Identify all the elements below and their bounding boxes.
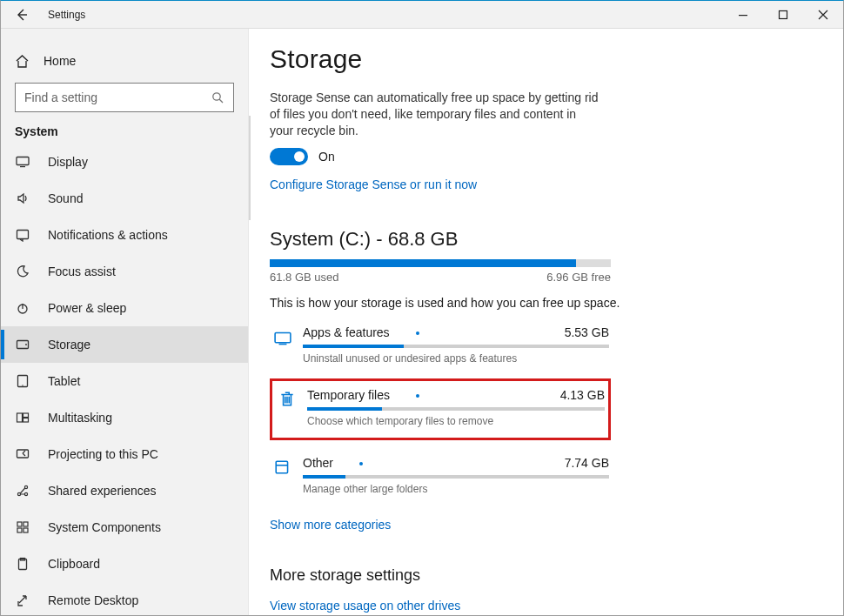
svg-point-16	[24, 485, 27, 488]
back-button[interactable]	[1, 1, 43, 29]
sidebar-item-multitasking[interactable]: Multitasking	[1, 399, 248, 436]
sidebar-item-system-components[interactable]: System Components	[1, 509, 248, 546]
titlebar: Settings	[1, 1, 843, 29]
svg-rect-19	[23, 522, 28, 526]
sidebar-item-label: Storage	[48, 338, 90, 352]
sidebar-item-label: Remote Desktop	[48, 593, 138, 607]
sidebar-item-label: System Components	[48, 520, 161, 534]
tablet-icon	[15, 373, 30, 389]
show-more-link[interactable]: Show more categories	[270, 518, 808, 532]
home-button[interactable]: Home	[1, 43, 248, 79]
clipboard-icon	[15, 556, 30, 572]
sidebar-item-sound[interactable]: Sound	[1, 180, 248, 217]
drive-title: System (C:) - 68.8 GB	[270, 228, 808, 251]
sidebar-item-remote-desktop[interactable]: Remote Desktop	[1, 582, 248, 615]
section-heading: System	[1, 124, 248, 138]
sidebar-item-power-sleep[interactable]: Power & sleep	[1, 290, 248, 326]
category-bar	[303, 475, 609, 479]
svg-rect-18	[17, 522, 22, 526]
toggle-label: On	[318, 150, 335, 164]
category-other[interactable]: Other 7.74 GBManage other large folders	[270, 452, 611, 500]
more-links: View storage usage on other drivesChange…	[270, 599, 808, 615]
sidebar-item-focus-assist[interactable]: Focus assist	[1, 253, 248, 290]
sidebar-item-label: Power & sleep	[48, 301, 126, 315]
category-temporary-files[interactable]: Temporary files 4.13 GBChoose which temp…	[270, 378, 611, 440]
remote-icon	[15, 593, 30, 608]
free-label: 6.96 GB free	[546, 271, 611, 284]
category-size: 4.13 GB	[560, 388, 605, 402]
main-content: Storage Storage Sense can automatically …	[249, 29, 843, 615]
sidebar-item-projecting-to-this-pc[interactable]: Projecting to this PC	[1, 436, 248, 472]
sidebar-item-label: Focus assist	[48, 264, 116, 278]
category-sub: Uninstall unused or undesired apps & fea…	[303, 352, 609, 365]
window-title: Settings	[43, 9, 85, 21]
components-icon	[15, 519, 30, 535]
category-name: Other	[303, 456, 363, 470]
home-label: Home	[44, 54, 76, 68]
close-button[interactable]	[803, 1, 843, 29]
moon-icon	[15, 264, 30, 279]
maximize-button[interactable]	[763, 1, 803, 29]
search-placeholder: Find a setting	[24, 90, 211, 104]
svg-rect-3	[17, 157, 29, 165]
shared-icon	[15, 483, 30, 499]
sidebar-item-label: Projecting to this PC	[48, 447, 158, 461]
close-icon	[818, 10, 828, 20]
category-sub: Choose which temporary files to remove	[307, 415, 605, 427]
svg-point-10	[22, 385, 23, 385]
svg-rect-5	[17, 231, 29, 239]
search-input[interactable]: Find a setting	[15, 83, 234, 112]
svg-rect-1	[780, 10, 787, 18]
page-title: Storage	[270, 44, 808, 74]
sidebar-item-label: Display	[48, 155, 88, 169]
sidebar-item-notifications-actions[interactable]: Notifications & actions	[1, 217, 248, 253]
svg-rect-26	[276, 461, 287, 472]
svg-rect-12	[23, 413, 29, 418]
configure-link[interactable]: Configure Storage Sense or run it now	[270, 177, 808, 191]
sidebar-item-label: Multitasking	[48, 411, 112, 425]
sidebar-item-tablet[interactable]: Tablet	[1, 363, 248, 399]
minimize-button[interactable]	[723, 1, 763, 29]
svg-rect-0	[739, 15, 747, 16]
svg-point-17	[24, 492, 27, 495]
more-settings-heading: More storage settings	[270, 566, 808, 585]
project-icon	[15, 446, 30, 462]
nav-list: DisplaySoundNotifications & actionsFocus…	[1, 144, 248, 615]
sidebar-item-label: Notifications & actions	[48, 228, 168, 242]
sidebar-item-storage[interactable]: Storage	[1, 326, 248, 363]
sidebar: Home Find a setting System DisplaySoundN…	[1, 29, 249, 615]
sidebar-item-label: Clipboard	[48, 557, 100, 571]
svg-rect-24	[275, 332, 291, 342]
maximize-icon	[778, 10, 788, 20]
svg-rect-20	[17, 528, 22, 532]
apps-icon	[271, 325, 294, 348]
drive-usage-fill	[270, 259, 576, 267]
category-bar	[303, 345, 609, 348]
display-icon	[15, 154, 30, 170]
sidebar-item-shared-experiences[interactable]: Shared experiences	[1, 472, 248, 509]
multitask-icon	[15, 410, 30, 425]
svg-rect-11	[17, 413, 23, 422]
notifications-icon	[15, 227, 30, 243]
more-link-0[interactable]: View storage usage on other drives	[270, 599, 808, 613]
storage-sense-toggle[interactable]	[270, 148, 308, 165]
power-icon	[15, 300, 30, 316]
other-icon	[271, 456, 294, 479]
arrow-left-icon	[15, 8, 29, 22]
svg-point-15	[17, 492, 20, 495]
svg-rect-25	[279, 343, 287, 345]
storage-icon	[15, 337, 30, 352]
storage-sense-desc: Storage Sense can automatically free up …	[270, 90, 600, 139]
search-icon	[211, 91, 224, 104]
usage-desc: This is how your storage is used and how…	[270, 296, 808, 310]
home-icon	[15, 54, 30, 69]
sidebar-item-clipboard[interactable]: Clipboard	[1, 546, 248, 582]
sidebar-item-label: Shared experiences	[48, 484, 157, 498]
sound-icon	[15, 191, 30, 206]
category-apps-features[interactable]: Apps & features 5.53 GBUninstall unused …	[270, 322, 611, 370]
svg-point-8	[25, 344, 27, 345]
sidebar-item-display[interactable]: Display	[1, 144, 248, 180]
category-sub: Manage other large folders	[303, 483, 609, 495]
category-name: Apps & features	[303, 325, 419, 339]
drive-usage-bar	[270, 259, 611, 267]
